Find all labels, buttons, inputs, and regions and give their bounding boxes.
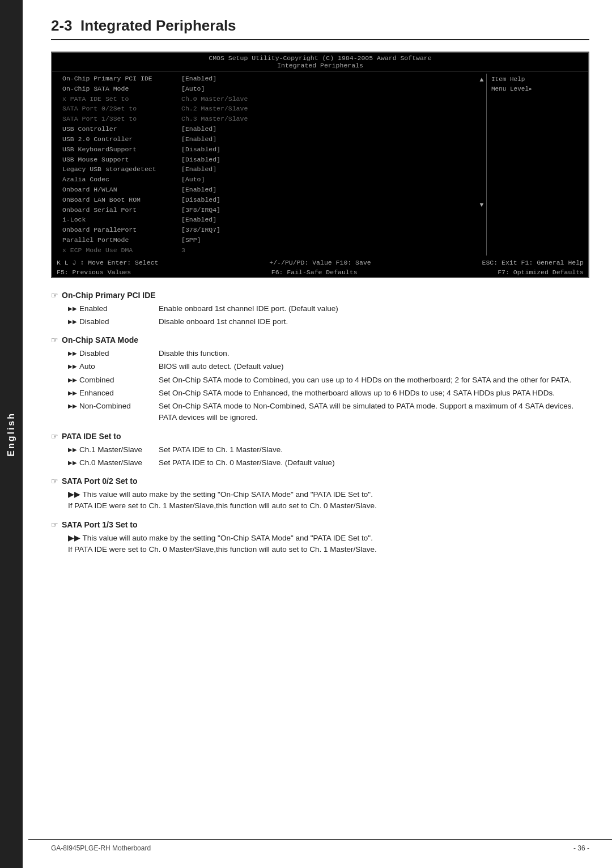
bios-row: USB KeyboardSupport[Disabled] xyxy=(57,144,473,155)
section-heading-sata-port-13-set-to: SATA Port 1/3 Set to xyxy=(51,520,589,529)
option-label: Ch.1 Master/Slave xyxy=(68,444,159,456)
bios-row-label: x PATA IDE Set to xyxy=(57,94,181,104)
bios-row-value: [Auto] xyxy=(181,175,473,185)
sidebar-english: English xyxy=(0,0,23,868)
option-desc: Set On-Chip SATA mode to Combined, you c… xyxy=(159,375,589,386)
bios-row-value: [SPP] xyxy=(181,235,473,245)
bios-row-label: USB 2.0 Controller xyxy=(57,134,181,144)
bios-row-value: [Auto] xyxy=(181,84,473,94)
bios-row: Onboard ParallePort[378/IRQ7] xyxy=(57,225,473,235)
bios-row: Legacy USB storagedetect[Enabled] xyxy=(57,164,473,175)
bios-footer2: F5: Previous Values F6: Fail-Safe Defaul… xyxy=(52,267,588,277)
option-row: DisabledDisable onboard 1st channel IDE … xyxy=(68,316,589,327)
bios-row-value: [Disabled] xyxy=(181,144,473,155)
option-label: Combined xyxy=(68,375,159,386)
bios-row-value: Ch.0 Master/Slave xyxy=(181,94,473,104)
bios-row: SATA Port 0/2Set toCh.2 Master/Slave xyxy=(57,104,473,114)
bios-row: OnBoard LAN Boot ROM[Disabled] xyxy=(57,195,473,205)
option-desc: Enable onboard 1st channel IDE port. (De… xyxy=(159,303,589,314)
bios-row-label: USB KeyboardSupport xyxy=(57,144,181,155)
option-plain-row: If PATA IDE were set to Ch. 1 Master/Sla… xyxy=(68,500,589,512)
bios-row-label: Azalia Codec xyxy=(57,175,181,185)
bios-row: i-Lock[Enabled] xyxy=(57,215,473,225)
section-heading-on-chip-sata-mode: On-Chip SATA Mode xyxy=(51,335,589,344)
main-content: 2-3 Integrated Peripherals CMOS Setup Ut… xyxy=(28,0,612,578)
bios-row-label: x ECP Mode Use DMA xyxy=(57,245,181,256)
bios-body: On-Chip Primary PCI IDE[Enabled] On-Chip… xyxy=(52,71,588,258)
bios-row-value: [Disabled] xyxy=(181,155,473,165)
option-row: EnhancedSet On-Chip SATA mode to Enhance… xyxy=(68,388,589,399)
bios-row-label: Parallel PortMode xyxy=(57,235,181,245)
bios-row-value: Ch.3 Master/Slave xyxy=(181,114,473,124)
option-plain-row: ▶▶ This value will auto make by the sett… xyxy=(68,489,589,500)
option-desc: BIOS will auto detect. (Default value) xyxy=(159,361,589,372)
option-label: Disabled xyxy=(68,316,159,327)
bios-row: Onboard Serial Port[3F8/IRQ4] xyxy=(57,205,473,215)
bios-row-label: On-Chip SATA Mode xyxy=(57,84,181,94)
bios-scroll: ▲▼ xyxy=(477,74,486,256)
section-heading-on-chip-primary-pci-ide: On-Chip Primary PCI IDE xyxy=(51,291,589,300)
bios-row-value: [Enabled] xyxy=(181,164,473,175)
option-desc: Set On-Chip SATA mode to Non-Combined, S… xyxy=(159,401,589,424)
bios-header: CMOS Setup Utility-Copyright (C) 1984-20… xyxy=(52,53,588,71)
bios-row-value: Ch.2 Master/Slave xyxy=(181,104,473,114)
option-desc: Disable onboard 1st channel IDE port. xyxy=(159,316,589,327)
option-desc: Set PATA IDE to Ch. 1 Master/Slave. xyxy=(159,444,589,456)
bios-row-value: [378/IRQ7] xyxy=(181,225,473,235)
option-label: Disabled xyxy=(68,348,159,359)
bios-row: Parallel PortMode[SPP] xyxy=(57,235,473,245)
section-heading-pata-ide-set-to: PATA IDE Set to xyxy=(51,432,589,441)
bios-row-label: SATA Port 1/3Set to xyxy=(57,114,181,124)
option-row: EnabledEnable onboard 1st channel IDE po… xyxy=(68,303,589,314)
bios-row-value: [Enabled] xyxy=(181,215,473,225)
bios-row-label: On-Chip Primary PCI IDE xyxy=(57,74,181,84)
bios-row-value: [3F8/IRQ4] xyxy=(181,205,473,215)
sidebar-label: English xyxy=(6,412,16,457)
bios-row: USB Controller[Enabled] xyxy=(57,124,473,134)
bios-row: SATA Port 1/3Set toCh.3 Master/Slave xyxy=(57,114,473,124)
bios-row: USB Mouse Support[Disabled] xyxy=(57,155,473,165)
bios-row-label: SATA Port 0/2Set to xyxy=(57,104,181,114)
bios-row-label: OnBoard LAN Boot ROM xyxy=(57,195,181,205)
option-label: Non-Combined xyxy=(68,401,159,424)
bios-row-value: [Enabled] xyxy=(181,74,473,84)
bios-row-label: Onboard Serial Port xyxy=(57,205,181,215)
sections-container: On-Chip Primary PCI IDEEnabledEnable onb… xyxy=(51,291,589,556)
chapter-title: 2-3 Integrated Peripherals xyxy=(51,17,589,40)
option-row: Non-CombinedSet On-Chip SATA mode to Non… xyxy=(68,401,589,424)
page-footer: GA-8I945PLGE-RH Motherboard - 36 - xyxy=(28,839,612,857)
option-plain-row: If PATA IDE were set to Ch. 0 Master/Sla… xyxy=(68,544,589,555)
bios-row-value: 3 xyxy=(181,245,473,256)
bios-help: Item Help Menu Level▸ xyxy=(486,74,588,256)
bios-row: Azalia Codec[Auto] xyxy=(57,175,473,185)
option-label: Auto xyxy=(68,361,159,372)
bios-row: x PATA IDE Set toCh.0 Master/Slave xyxy=(57,94,473,104)
option-desc: Set PATA IDE to Ch. 0 Master/Slave. (Def… xyxy=(159,457,589,469)
option-label: Enabled xyxy=(68,303,159,314)
option-label: Ch.0 Master/Slave xyxy=(68,457,159,469)
bios-row-label: Onboard H/WLAN xyxy=(57,185,181,195)
bios-row-value: [Enabled] xyxy=(181,124,473,134)
option-label: Enhanced xyxy=(68,388,159,399)
section-heading-sata-port-02-set-to: SATA Port 0/2 Set to xyxy=(51,476,589,486)
bios-row: Onboard H/WLAN[Enabled] xyxy=(57,185,473,195)
bios-row-label: Legacy USB storagedetect xyxy=(57,164,181,175)
bios-row-value: [Enabled] xyxy=(181,134,473,144)
bios-row-value: [Enabled] xyxy=(181,185,473,195)
bios-row-label: i-Lock xyxy=(57,215,181,225)
option-desc: Disable this function. xyxy=(159,348,589,359)
bios-row: x ECP Mode Use DMA3 xyxy=(57,245,473,256)
option-row: Ch.0 Master/SlaveSet PATA IDE to Ch. 0 M… xyxy=(68,457,589,469)
bios-row-label: USB Controller xyxy=(57,124,181,134)
bios-row: On-Chip Primary PCI IDE[Enabled] xyxy=(57,74,473,84)
bios-row-label: Onboard ParallePort xyxy=(57,225,181,235)
option-row: Ch.1 Master/SlaveSet PATA IDE to Ch. 1 M… xyxy=(68,444,589,456)
bios-row-label: USB Mouse Support xyxy=(57,155,181,165)
option-desc: Set On-Chip SATA mode to Enhanced, the m… xyxy=(159,388,589,399)
option-plain-row: ▶▶ This value will auto make by the sett… xyxy=(68,533,589,544)
option-row: AutoBIOS will auto detect. (Default valu… xyxy=(68,361,589,372)
bios-row-value: [Disabled] xyxy=(181,195,473,205)
bios-screenshot: CMOS Setup Utility-Copyright (C) 1984-20… xyxy=(51,52,589,278)
option-row: DisabledDisable this function. xyxy=(68,348,589,359)
option-row: CombinedSet On-Chip SATA mode to Combine… xyxy=(68,375,589,386)
